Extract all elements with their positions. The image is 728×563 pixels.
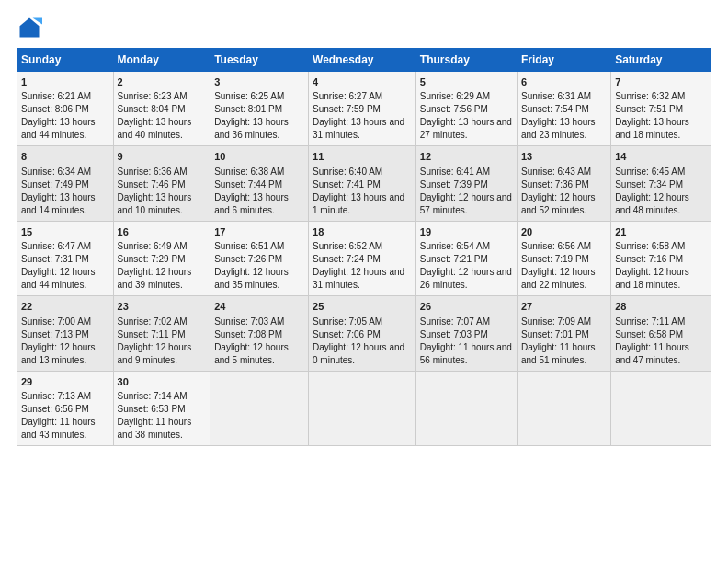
day-number: 21 <box>615 225 707 239</box>
day-number: 14 <box>615 150 707 164</box>
sunset-text: Sunset: 7:19 PM <box>521 254 589 264</box>
calendar-cell: 3Sunrise: 6:25 AMSunset: 8:01 PMDaylight… <box>210 72 309 146</box>
day-number: 15 <box>21 225 109 239</box>
header-row: SundayMondayTuesdayWednesdayThursdayFrid… <box>17 49 711 72</box>
sunset-text: Sunset: 7:56 PM <box>420 104 488 114</box>
day-number: 22 <box>21 300 109 314</box>
daylight-text: Daylight: 12 hours and 31 minutes. <box>313 267 404 290</box>
day-number: 4 <box>313 75 412 89</box>
calendar-cell: 20Sunrise: 6:56 AMSunset: 7:19 PMDayligh… <box>518 221 611 295</box>
day-number: 25 <box>313 300 412 314</box>
sunset-text: Sunset: 7:03 PM <box>420 329 488 339</box>
sunrise-text: Sunrise: 7:13 AM <box>21 391 91 401</box>
sunset-text: Sunset: 7:49 PM <box>21 179 89 190</box>
calendar-cell <box>309 371 416 445</box>
sunset-text: Sunset: 7:06 PM <box>313 329 381 339</box>
day-number: 17 <box>214 225 304 239</box>
calendar-cell: 22Sunrise: 7:00 AMSunset: 7:13 PMDayligh… <box>17 296 114 371</box>
sunset-text: Sunset: 7:11 PM <box>118 329 186 339</box>
daylight-text: Daylight: 12 hours and 35 minutes. <box>214 267 289 290</box>
calendar-cell <box>210 371 309 445</box>
header-day: Sunday <box>17 49 114 72</box>
calendar-cell: 2Sunrise: 6:23 AMSunset: 8:04 PMDaylight… <box>113 72 210 146</box>
daylight-text: Daylight: 11 hours and 38 minutes. <box>118 417 192 440</box>
sunset-text: Sunset: 6:53 PM <box>118 404 186 414</box>
sunset-text: Sunset: 7:51 PM <box>615 104 683 114</box>
sunrise-text: Sunrise: 6:52 AM <box>313 241 382 251</box>
sunset-text: Sunset: 7:41 PM <box>313 179 381 190</box>
sunset-text: Sunset: 6:58 PM <box>615 329 683 339</box>
daylight-text: Daylight: 13 hours and 23 minutes. <box>521 117 596 140</box>
daylight-text: Daylight: 13 hours and 6 minutes. <box>214 192 289 215</box>
sunset-text: Sunset: 7:13 PM <box>21 329 89 339</box>
daylight-text: Daylight: 13 hours and 40 minutes. <box>118 117 192 140</box>
daylight-text: Daylight: 12 hours and 44 minutes. <box>21 267 96 290</box>
day-number: 30 <box>118 375 207 389</box>
sunset-text: Sunset: 7:59 PM <box>313 104 381 114</box>
sunset-text: Sunset: 7:46 PM <box>118 179 186 190</box>
day-number: 3 <box>214 75 304 89</box>
sunrise-text: Sunrise: 6:47 AM <box>21 241 91 251</box>
calendar-cell: 17Sunrise: 6:51 AMSunset: 7:26 PMDayligh… <box>210 221 309 295</box>
calendar-week-row: 22Sunrise: 7:00 AMSunset: 7:13 PMDayligh… <box>17 296 711 371</box>
day-number: 23 <box>118 300 207 314</box>
sunset-text: Sunset: 7:08 PM <box>214 329 282 339</box>
page: SundayMondayTuesdayWednesdayThursdayFrid… <box>0 0 728 563</box>
calendar-cell: 10Sunrise: 6:38 AMSunset: 7:44 PMDayligh… <box>210 146 309 221</box>
sunrise-text: Sunrise: 7:02 AM <box>118 316 188 327</box>
day-number: 26 <box>420 300 513 314</box>
day-number: 27 <box>521 300 607 314</box>
sunset-text: Sunset: 8:01 PM <box>214 104 282 114</box>
sunrise-text: Sunrise: 6:32 AM <box>615 91 685 101</box>
daylight-text: Daylight: 12 hours and 18 minutes. <box>615 267 689 290</box>
daylight-text: Daylight: 12 hours and 48 minutes. <box>615 192 689 215</box>
daylight-text: Daylight: 13 hours and 18 minutes. <box>615 117 689 140</box>
daylight-text: Daylight: 12 hours and 26 minutes. <box>420 267 512 290</box>
calendar-cell: 5Sunrise: 6:29 AMSunset: 7:56 PMDaylight… <box>415 72 517 146</box>
sunset-text: Sunset: 7:26 PM <box>214 254 282 264</box>
sunrise-text: Sunrise: 6:56 AM <box>521 241 591 251</box>
sunset-text: Sunset: 8:06 PM <box>21 104 89 114</box>
sunset-text: Sunset: 7:39 PM <box>420 179 488 190</box>
sunset-text: Sunset: 7:34 PM <box>615 179 683 190</box>
day-number: 9 <box>118 150 207 164</box>
sunrise-text: Sunrise: 6:54 AM <box>420 241 490 251</box>
calendar-cell: 18Sunrise: 6:52 AMSunset: 7:24 PMDayligh… <box>309 221 416 295</box>
calendar-cell: 29Sunrise: 7:13 AMSunset: 6:56 PMDayligh… <box>17 371 114 445</box>
calendar-cell: 15Sunrise: 6:47 AMSunset: 7:31 PMDayligh… <box>17 221 114 295</box>
daylight-text: Daylight: 13 hours and 14 minutes. <box>21 192 96 215</box>
sunrise-text: Sunrise: 6:49 AM <box>118 241 188 251</box>
daylight-text: Daylight: 13 hours and 36 minutes. <box>214 117 289 140</box>
sunrise-text: Sunrise: 6:38 AM <box>214 167 284 177</box>
sunset-text: Sunset: 7:24 PM <box>313 254 381 264</box>
sunrise-text: Sunrise: 7:07 AM <box>420 316 490 327</box>
sunset-text: Sunset: 7:54 PM <box>521 104 589 114</box>
sunrise-text: Sunrise: 6:27 AM <box>313 91 382 101</box>
sunrise-text: Sunrise: 6:58 AM <box>615 241 685 251</box>
calendar-cell: 26Sunrise: 7:07 AMSunset: 7:03 PMDayligh… <box>415 296 517 371</box>
daylight-text: Daylight: 13 hours and 27 minutes. <box>420 117 512 140</box>
day-number: 28 <box>615 300 707 314</box>
sunrise-text: Sunrise: 7:14 AM <box>118 391 188 401</box>
day-number: 29 <box>21 375 109 389</box>
calendar-cell: 21Sunrise: 6:58 AMSunset: 7:16 PMDayligh… <box>611 221 711 295</box>
sunset-text: Sunset: 7:29 PM <box>118 254 186 264</box>
sunrise-text: Sunrise: 6:21 AM <box>21 91 91 101</box>
day-number: 24 <box>214 300 304 314</box>
calendar-cell: 27Sunrise: 7:09 AMSunset: 7:01 PMDayligh… <box>518 296 611 371</box>
calendar-cell: 24Sunrise: 7:03 AMSunset: 7:08 PMDayligh… <box>210 296 309 371</box>
sunrise-text: Sunrise: 7:11 AM <box>615 316 685 327</box>
daylight-text: Daylight: 11 hours and 47 minutes. <box>615 342 689 365</box>
daylight-text: Daylight: 12 hours and 52 minutes. <box>521 192 596 215</box>
calendar-cell: 13Sunrise: 6:43 AMSunset: 7:36 PMDayligh… <box>518 146 611 221</box>
daylight-text: Daylight: 12 hours and 22 minutes. <box>521 267 596 290</box>
calendar-week-row: 15Sunrise: 6:47 AMSunset: 7:31 PMDayligh… <box>17 221 711 295</box>
calendar-cell: 9Sunrise: 6:36 AMSunset: 7:46 PMDaylight… <box>113 146 210 221</box>
header-day: Tuesday <box>210 49 309 72</box>
day-number: 10 <box>214 150 304 164</box>
header-day: Saturday <box>611 49 711 72</box>
calendar-cell: 23Sunrise: 7:02 AMSunset: 7:11 PMDayligh… <box>113 296 210 371</box>
calendar-cell <box>415 371 517 445</box>
logo <box>17 15 46 40</box>
sunrise-text: Sunrise: 6:43 AM <box>521 167 591 177</box>
